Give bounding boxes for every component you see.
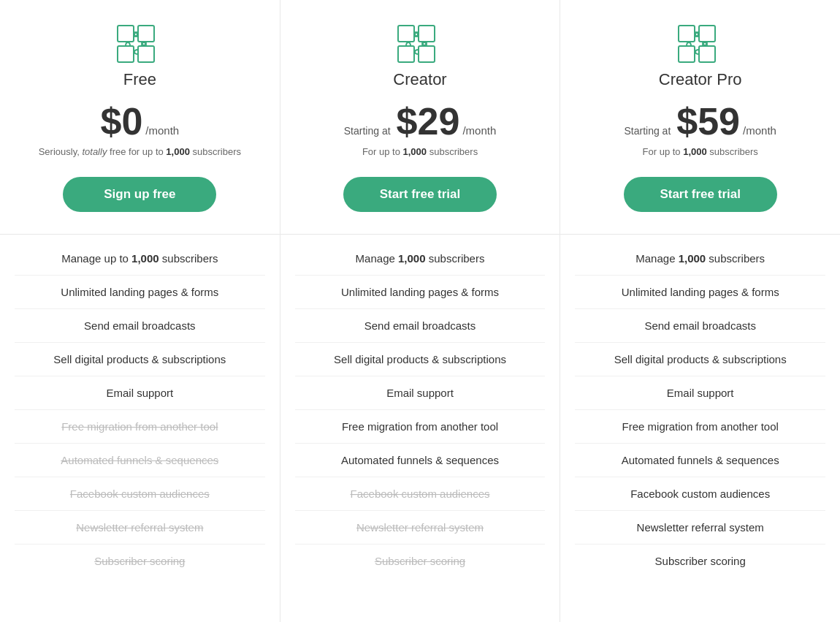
- feature-item-creator-pro-6: Automated funnels & sequences: [575, 444, 825, 477]
- plan-header-creator-pro: Creator ProStarting at$59/monthFor up to…: [560, 0, 840, 235]
- svg-rect-6: [398, 46, 414, 62]
- feature-item-creator-pro-3: Sell digital products & subscriptions: [575, 343, 825, 376]
- cta-button-free[interactable]: Sign up free: [63, 177, 216, 212]
- svg-rect-4: [398, 26, 414, 42]
- feature-item-free-0: Manage up to 1,000 subscribers: [15, 242, 265, 276]
- price-area-free: $0/month: [100, 102, 179, 140]
- price-subtitle-creator: For up to 1,000 subscribers: [362, 145, 478, 159]
- price-period-free: /month: [145, 124, 179, 137]
- svg-rect-2: [118, 46, 134, 62]
- feature-item-creator-9: Subscriber scoring: [295, 545, 546, 577]
- features-creator: Manage 1,000 subscribersUnlimited landin…: [280, 235, 560, 623]
- feature-item-creator-4: Email support: [295, 376, 546, 410]
- svg-rect-3: [138, 46, 154, 62]
- feature-item-creator-0: Manage 1,000 subscribers: [295, 242, 546, 276]
- price-period-creator-pro: /month: [743, 124, 776, 137]
- svg-rect-8: [679, 26, 695, 42]
- puzzle-icon-creator-pro: [675, 22, 726, 70]
- feature-item-free-6: Automated funnels & sequences: [15, 444, 265, 477]
- features-creator-pro: Manage 1,000 subscribersUnlimited landin…: [560, 235, 840, 623]
- price-number-creator: $29: [397, 102, 460, 140]
- feature-item-free-4: Email support: [15, 376, 265, 410]
- svg-rect-5: [419, 26, 435, 42]
- cta-button-creator[interactable]: Start free trial: [343, 177, 497, 212]
- feature-item-creator-1: Unlimited landing pages & forms: [295, 276, 546, 309]
- feature-item-creator-6: Automated funnels & sequences: [295, 444, 546, 477]
- puzzle-icon-free: [114, 22, 165, 70]
- cta-button-creator-pro[interactable]: Start free trial: [624, 177, 777, 212]
- feature-item-free-1: Unlimited landing pages & forms: [15, 276, 265, 309]
- price-subtitle-free: Seriously, totally free for up to 1,000 …: [39, 145, 241, 159]
- plan-name-free: Free: [123, 70, 156, 89]
- feature-item-creator-2: Send email broadcasts: [295, 309, 546, 343]
- svg-rect-11: [699, 46, 715, 62]
- feature-item-creator-pro-4: Email support: [575, 376, 825, 410]
- price-period-creator: /month: [462, 124, 496, 137]
- feature-item-creator-8: Newsletter referral system: [295, 511, 546, 545]
- price-area-creator-pro: Starting at$59/month: [624, 102, 776, 140]
- plan-header-creator: CreatorStarting at$29/monthFor up to 1,0…: [280, 0, 560, 235]
- feature-item-free-7: Facebook custom audiences: [15, 477, 265, 511]
- feature-item-free-8: Newsletter referral system: [15, 511, 265, 545]
- feature-item-creator-pro-2: Send email broadcasts: [575, 309, 825, 343]
- plan-col-free: Free$0/monthSeriously, totally free for …: [0, 0, 280, 622]
- feature-item-creator-pro-7: Facebook custom audiences: [575, 477, 825, 511]
- feature-item-creator-pro-9: Subscriber scoring: [575, 545, 825, 577]
- plan-name-creator: Creator: [393, 70, 446, 89]
- price-number-creator-pro: $59: [676, 102, 740, 140]
- feature-item-free-9: Subscriber scoring: [15, 545, 265, 577]
- price-area-creator: Starting at$29/month: [344, 102, 496, 140]
- pricing-table: Free$0/monthSeriously, totally free for …: [0, 0, 840, 622]
- svg-rect-1: [138, 26, 154, 42]
- feature-item-creator-3: Sell digital products & subscriptions: [295, 343, 546, 376]
- svg-rect-0: [118, 26, 134, 42]
- plan-name-creator-pro: Creator Pro: [659, 70, 742, 89]
- feature-item-free-5: Free migration from another tool: [15, 410, 265, 444]
- plan-col-creator-pro: Creator ProStarting at$59/monthFor up to…: [560, 0, 840, 622]
- svg-rect-10: [679, 46, 695, 62]
- starting-at-creator-pro: Starting at: [624, 125, 671, 137]
- puzzle-icon-creator: [394, 22, 446, 70]
- feature-item-creator-pro-1: Unlimited landing pages & forms: [575, 276, 825, 309]
- feature-item-free-2: Send email broadcasts: [15, 309, 265, 343]
- price-subtitle-creator-pro: For up to 1,000 subscribers: [643, 145, 758, 159]
- feature-item-creator-pro-5: Free migration from another tool: [575, 410, 825, 444]
- price-number-free: $0: [100, 102, 142, 140]
- starting-at-creator: Starting at: [344, 125, 391, 137]
- feature-item-creator-pro-0: Manage 1,000 subscribers: [575, 242, 825, 276]
- feature-item-free-3: Sell digital products & subscriptions: [15, 343, 265, 376]
- plan-header-free: Free$0/monthSeriously, totally free for …: [0, 0, 280, 235]
- feature-item-creator-5: Free migration from another tool: [295, 410, 546, 444]
- svg-rect-7: [419, 46, 435, 62]
- svg-rect-9: [699, 26, 715, 42]
- features-free: Manage up to 1,000 subscribersUnlimited …: [0, 235, 280, 623]
- feature-item-creator-pro-8: Newsletter referral system: [575, 511, 825, 545]
- plan-col-creator: CreatorStarting at$29/monthFor up to 1,0…: [280, 0, 561, 622]
- feature-item-creator-7: Facebook custom audiences: [295, 477, 546, 511]
